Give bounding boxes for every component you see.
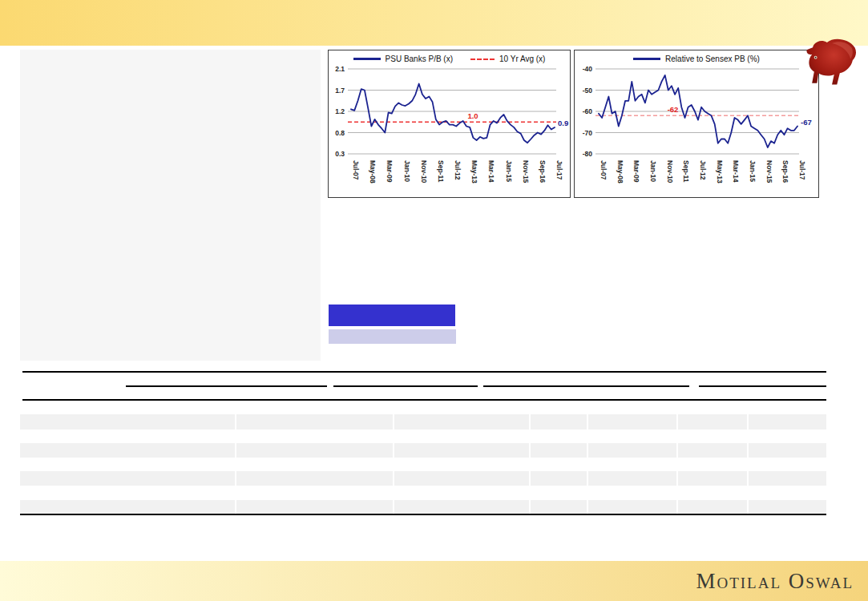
cell-separator xyxy=(235,471,236,486)
svg-text:Jan-15: Jan-15 xyxy=(505,160,513,182)
cell-separator xyxy=(393,471,394,486)
svg-text:Jul-07: Jul-07 xyxy=(600,160,608,180)
svg-text:1.0: 1.0 xyxy=(467,111,478,120)
table-bottom-rule xyxy=(20,514,826,515)
brand-logotype: Motilal Oswal xyxy=(696,567,854,595)
legend-label-pb: PSU Banks P/B (x) xyxy=(386,54,453,63)
cell-separator xyxy=(235,500,236,514)
report-slide: PSU Banks P/B (x) 10 Yr Avg (x) 2.11.71.… xyxy=(0,0,868,601)
svg-text:Jan-10: Jan-10 xyxy=(403,160,411,182)
svg-text:Jan-10: Jan-10 xyxy=(649,160,657,182)
svg-text:2.1: 2.1 xyxy=(335,65,345,73)
svg-text:-70: -70 xyxy=(583,129,593,137)
svg-text:May-13: May-13 xyxy=(716,160,724,184)
cell-separator xyxy=(587,471,588,486)
svg-text:May-08: May-08 xyxy=(616,160,624,184)
cell-separator xyxy=(529,414,531,430)
secondary-bar xyxy=(329,329,456,344)
cell-separator xyxy=(587,443,588,458)
table-header-rule xyxy=(22,399,826,401)
cell-separator xyxy=(587,414,588,430)
svg-text:Mar-14: Mar-14 xyxy=(732,160,740,183)
cell-separator xyxy=(747,414,749,430)
svg-text:May-08: May-08 xyxy=(369,160,377,184)
column-group-rule xyxy=(483,385,689,387)
svg-text:Nov-10: Nov-10 xyxy=(666,160,674,184)
cell-separator xyxy=(747,471,749,486)
relative-to-sensex-chart: Relative to Sensex PB (%) -40-50-60-70-8… xyxy=(574,50,819,198)
line-swatch-icon xyxy=(353,58,381,60)
cell-separator xyxy=(393,414,394,430)
pb-chart-plot: 2.11.71.20.80.31.00.9Jul-07May-08Mar-09J… xyxy=(329,50,570,197)
cell-separator xyxy=(676,471,678,486)
cell-separator xyxy=(676,500,678,514)
cell-separator xyxy=(747,500,749,514)
cell-separator xyxy=(529,500,531,514)
column-group-rule xyxy=(333,385,478,387)
svg-text:Nov-15: Nov-15 xyxy=(522,160,530,184)
cell-separator xyxy=(676,414,678,430)
svg-text:-50: -50 xyxy=(583,87,593,95)
svg-text:Sep-16: Sep-16 xyxy=(539,160,547,183)
svg-text:Mar-09: Mar-09 xyxy=(632,160,640,183)
column-group-rule xyxy=(699,385,826,387)
table-row xyxy=(20,414,826,430)
cell-separator xyxy=(393,443,394,458)
table-row xyxy=(20,471,826,486)
footer-band: Motilal Oswal xyxy=(0,561,868,601)
cell-separator xyxy=(529,443,531,458)
line-swatch-icon xyxy=(633,58,660,60)
svg-text:Jul-17: Jul-17 xyxy=(798,160,806,180)
cell-separator xyxy=(529,471,531,486)
primary-bar xyxy=(329,305,455,326)
svg-text:1.7: 1.7 xyxy=(335,87,345,95)
cell-separator xyxy=(676,443,678,458)
left-content-placeholder xyxy=(20,50,321,361)
svg-text:Jul-12: Jul-12 xyxy=(454,160,462,180)
relative-chart-plot: -40-50-60-70-80-62-67Jul-07May-08Mar-09J… xyxy=(575,50,818,197)
table-top-rule xyxy=(22,371,826,373)
svg-text:Sep-16: Sep-16 xyxy=(781,160,789,183)
svg-text:May-13: May-13 xyxy=(470,160,478,184)
svg-text:0.9: 0.9 xyxy=(558,119,568,127)
svg-text:Mar-14: Mar-14 xyxy=(487,160,495,183)
svg-text:1.2: 1.2 xyxy=(335,107,345,115)
svg-text:Sep-11: Sep-11 xyxy=(682,160,690,183)
cell-separator xyxy=(587,500,588,514)
svg-text:Jul-17: Jul-17 xyxy=(555,160,563,180)
cell-separator xyxy=(747,443,749,458)
chart-legend: Relative to Sensex PB (%) xyxy=(575,54,818,63)
svg-text:-67: -67 xyxy=(801,118,812,127)
legend-label-avg: 10 Yr Avg (x) xyxy=(499,54,545,63)
legend-label-relative: Relative to Sensex PB (%) xyxy=(665,54,760,63)
bull-logo-icon xyxy=(803,36,868,100)
svg-text:Sep-11: Sep-11 xyxy=(437,160,445,183)
svg-text:-40: -40 xyxy=(583,65,593,73)
svg-text:Nov-10: Nov-10 xyxy=(420,160,428,184)
column-group-rule xyxy=(126,385,327,387)
svg-text:Jan-15: Jan-15 xyxy=(749,160,757,182)
svg-text:Jul-12: Jul-12 xyxy=(699,160,707,180)
chart-legend: PSU Banks P/B (x) 10 Yr Avg (x) xyxy=(329,54,570,63)
header-band xyxy=(0,0,868,46)
svg-text:Nov-15: Nov-15 xyxy=(765,160,773,184)
svg-text:0.3: 0.3 xyxy=(335,150,345,158)
table-row xyxy=(20,443,826,458)
cell-separator xyxy=(393,500,394,514)
svg-text:-60: -60 xyxy=(583,107,593,115)
svg-text:0.8: 0.8 xyxy=(335,129,345,137)
cell-separator xyxy=(235,414,236,430)
svg-text:-62: -62 xyxy=(668,105,679,114)
svg-text:Jul-07: Jul-07 xyxy=(352,160,360,180)
table-row xyxy=(20,500,826,514)
svg-text:-80: -80 xyxy=(583,150,593,158)
dashed-line-swatch-icon xyxy=(470,58,495,60)
svg-text:Mar-09: Mar-09 xyxy=(386,160,394,183)
psu-banks-pb-chart: PSU Banks P/B (x) 10 Yr Avg (x) 2.11.71.… xyxy=(328,50,571,198)
cell-separator xyxy=(235,443,236,458)
